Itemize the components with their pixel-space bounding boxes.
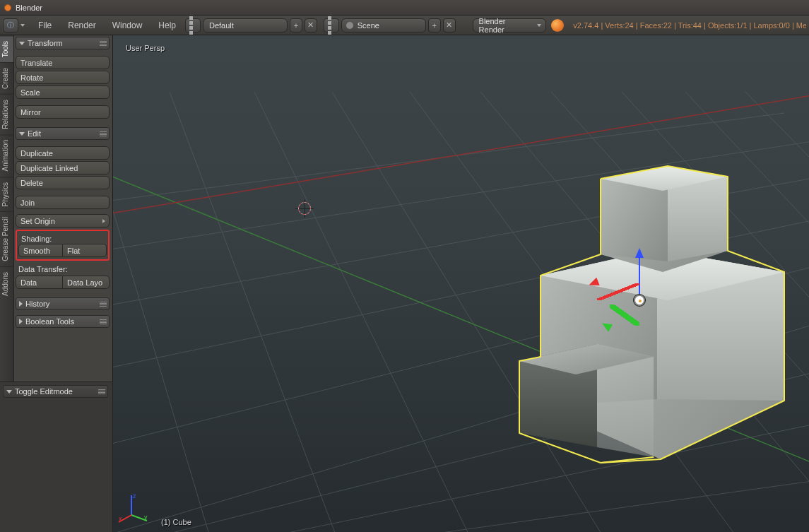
section-boolean-header[interactable]: Boolean Tools [16, 315, 110, 328]
vtab-grease-pencil[interactable]: Grease Pencil [0, 211, 13, 266]
toggle-editmode-label: Toggle Editmode [15, 387, 73, 396]
grip-icon [100, 319, 107, 324]
data-transfer-label: Data Transfer: [16, 263, 110, 274]
vtab-addons[interactable]: Addons [0, 266, 13, 301]
history-header-label: History [25, 300, 49, 308]
data-transfer-buttons: Data Data Layo [16, 276, 110, 289]
blender-logo-icon [551, 19, 564, 32]
top-header: ⓘ File Render Window Help Default + ✕ Sc… [0, 16, 809, 35]
transform-header-label: Transform [28, 39, 63, 47]
join-button[interactable]: Join [16, 196, 110, 209]
grip-icon [98, 389, 105, 394]
menu-help[interactable]: Help [151, 20, 183, 30]
add-scene-button[interactable]: + [428, 18, 441, 32]
x-axis[interactable] [597, 283, 639, 300]
section-transform-header[interactable]: Transform [16, 37, 110, 49]
z-arrow-icon[interactable] [635, 248, 644, 258]
remove-scene-button[interactable]: ✕ [443, 18, 456, 32]
disclosure-down-icon [19, 132, 25, 136]
duplicate-button[interactable]: Duplicate [16, 146, 110, 160]
info-editor-icon[interactable]: ⓘ [3, 18, 18, 32]
menu-window[interactable]: Window [105, 20, 150, 30]
render-engine-label: Blender Render [479, 17, 533, 34]
grip-icon [100, 131, 107, 136]
layout-browse-icon[interactable] [185, 18, 201, 32]
axis-mini-icon: z y x [117, 491, 151, 525]
svg-line-10 [170, 92, 339, 532]
svg-text:x: x [119, 515, 122, 522]
translate-button[interactable]: Translate [16, 56, 110, 69]
work-area: Tools Create Relations Animation Physics… [0, 35, 809, 532]
vtab-physics[interactable]: Physics [0, 177, 13, 211]
scene-label: Scene [358, 21, 379, 30]
edit-header-label: Edit [28, 129, 41, 138]
screen-layout-label: Default [209, 21, 234, 30]
grip-icon [100, 302, 107, 307]
3d-cursor [295, 199, 314, 218]
mirror-button[interactable]: Mirror [16, 105, 110, 119]
duplicate-linked-button[interactable]: Duplicate Linked [16, 161, 110, 175]
tool-shelf: Transform Translate Rotate Scale Mirror … [14, 35, 113, 382]
scale-button[interactable]: Scale [16, 85, 110, 99]
smooth-button[interactable]: Smooth [18, 244, 63, 257]
grip-icon [100, 41, 107, 46]
vtab-animation[interactable]: Animation [0, 134, 13, 176]
app-icon [4, 4, 11, 11]
section-edit-header[interactable]: Edit [16, 127, 110, 140]
scene-icon [346, 22, 353, 29]
disclosure-down-icon [6, 390, 12, 394]
scene-browse-icon[interactable] [324, 18, 339, 32]
disclosure-down-icon [19, 42, 25, 45]
highlight-shading: Shading: Smooth Flat [16, 230, 110, 261]
3d-viewport[interactable]: User Persp (1) Cube z y x [113, 35, 809, 532]
operator-panel: Toggle Editmode [0, 382, 113, 532]
rotate-button[interactable]: Rotate [16, 71, 110, 84]
svg-line-9 [113, 92, 212, 532]
add-layout-button[interactable]: + [290, 18, 302, 32]
scene-selector[interactable]: Scene [341, 18, 426, 32]
editor-type-dropdown-icon[interactable] [20, 24, 25, 27]
mesh-object[interactable] [509, 138, 791, 491]
disclosure-right-icon [19, 319, 23, 324]
vtab-relations[interactable]: Relations [0, 94, 13, 134]
data-layout-button[interactable]: Data Layo [63, 276, 110, 289]
delete-button[interactable]: Delete [16, 176, 110, 189]
screen-layout-selector[interactable]: Default [203, 18, 288, 32]
render-engine-selector[interactable]: Blender Render [473, 18, 547, 32]
shading-label: Shading: [18, 232, 107, 244]
svg-text:z: z [133, 492, 136, 500]
flat-button[interactable]: Flat [63, 244, 107, 257]
set-origin-dropdown[interactable]: Set Origin [16, 214, 110, 227]
active-object-label: (1) Cube [161, 518, 191, 526]
manipulator-origin[interactable] [634, 295, 645, 306]
data-button[interactable]: Data [16, 276, 63, 289]
scene-stats: v2.74.4 | Verts:24 | Faces:22 | Tris:44 … [573, 21, 806, 30]
toggle-editmode-header[interactable]: Toggle Editmode [3, 385, 108, 398]
disclosure-right-icon [19, 301, 23, 307]
window-title: Blender [16, 4, 42, 12]
y-axis[interactable] [610, 305, 639, 326]
menu-file[interactable]: File [31, 20, 59, 30]
menu-render[interactable]: Render [61, 20, 102, 30]
vtab-tools[interactable]: Tools [0, 35, 13, 62]
window-titlebar: Blender [0, 0, 809, 16]
vtab-create[interactable]: Create [0, 62, 13, 94]
shading-buttons: Smooth Flat [18, 244, 107, 257]
section-history-header[interactable]: History [16, 297, 110, 310]
boolean-header-label: Boolean Tools [25, 317, 74, 326]
view-label: User Persp [126, 44, 165, 52]
remove-layout-button[interactable]: ✕ [305, 18, 317, 32]
svg-text:y: y [144, 514, 148, 521]
